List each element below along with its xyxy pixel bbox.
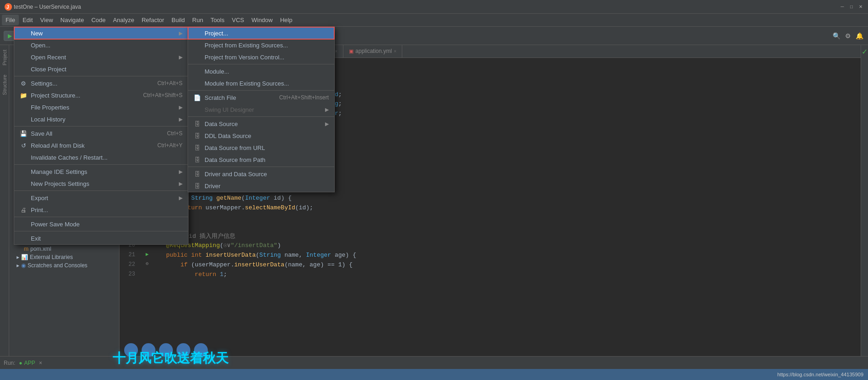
search-everywhere-icon[interactable]: 🔍: [832, 31, 841, 40]
menu-item-invalidate[interactable]: Invalidate Caches / Restart...: [14, 151, 188, 163]
submenu-project-vcs[interactable]: Project from Version Control...: [188, 51, 334, 63]
ddl-icon: 🗄: [194, 132, 201, 139]
new-proj-settings-icon: [20, 180, 27, 187]
menu-item-close-project[interactable]: Close Project: [14, 63, 188, 75]
menu-project-structure-label: Project Structure...: [31, 92, 80, 99]
menu-code[interactable]: Code: [88, 15, 109, 25]
submenu-project-existing[interactable]: Project from Existing Sources...: [188, 39, 334, 51]
svg-text:J: J: [6, 5, 9, 10]
menu-edit[interactable]: Edit: [19, 15, 36, 25]
module-existing-icon: [194, 80, 201, 87]
new-submenu-sep-4: [188, 167, 334, 167]
submenu-scratch[interactable]: 📄 Scratch File Ctrl+Alt+Shift+Insert: [188, 92, 334, 104]
submenu-module-existing[interactable]: Module from Existing Sources...: [188, 77, 334, 89]
run-gutter-icon2[interactable]: ▶: [146, 251, 149, 259]
submenu-module[interactable]: Module...: [188, 65, 334, 77]
code-line-19: 19 // 根据id 插入用户信息: [120, 232, 861, 242]
submenu-driver[interactable]: 🗄 Driver: [188, 180, 334, 192]
menu-file[interactable]: File: [2, 15, 19, 25]
submenu-datasource-path[interactable]: 🗄 Data Source from Path: [188, 154, 334, 166]
menu-refactor[interactable]: Refactor: [138, 15, 168, 25]
menu-item-export[interactable]: Export ▶: [14, 192, 188, 204]
menu-analyze[interactable]: Analyze: [109, 15, 138, 25]
menu-open-label: Open...: [31, 42, 51, 49]
menu-item-reload[interactable]: ↺ Reload All from Disk Ctrl+Alt+Y: [14, 139, 188, 151]
separator-6: [14, 231, 188, 231]
minimize-btn[interactable]: ─: [839, 4, 845, 10]
module-icon: [194, 68, 201, 75]
reload-icon: ↺: [20, 142, 27, 149]
expand-icon4: ▸: [17, 262, 19, 269]
file-props-arrow: ▶: [179, 104, 183, 110]
driver-datasource-icon: 🗄: [194, 170, 201, 178]
driver-icon: 🗄: [194, 182, 201, 190]
menu-item-open-recent[interactable]: Open Recent ▶: [14, 51, 188, 63]
close-btn[interactable]: ✕: [858, 4, 863, 10]
menu-item-save-all[interactable]: 💾 Save All Ctrl+S: [14, 127, 188, 139]
submenu-ddl-datasource[interactable]: 🗄 DDL Data Source: [188, 130, 334, 142]
side-tab-structure[interactable]: Structure: [2, 75, 7, 95]
submenu-module-label: Module...: [205, 68, 229, 75]
menu-navigate[interactable]: Navigate: [57, 15, 87, 25]
file-menu-dropdown: New ▶ Open... Open Recent ▶ Close Projec…: [14, 27, 188, 245]
run-config-icon: ▶: [8, 33, 12, 39]
tree-item-extlibs[interactable]: ▸ 📊 External Libraries: [9, 253, 119, 261]
open-recent-icon: [20, 53, 27, 61]
tree-label-pom: pom.xml: [30, 246, 51, 252]
settings-menu-icon: ⚙: [20, 80, 27, 87]
save-all-shortcut: Ctrl+S: [167, 130, 183, 137]
menu-item-open[interactable]: Open...: [14, 39, 188, 51]
code-line-15: 15 ▶ public String getName(Integer id) {: [120, 194, 861, 203]
side-tab-project[interactable]: Project: [2, 50, 7, 65]
notifications-icon[interactable]: 🔔: [855, 31, 864, 40]
project-existing-icon: [194, 41, 201, 49]
menu-help[interactable]: Help: [276, 15, 296, 25]
menu-item-file-props[interactable]: File Properties ▶: [14, 101, 188, 113]
menu-build[interactable]: Build: [168, 15, 188, 25]
window-controls[interactable]: ─ □ ✕: [839, 4, 863, 10]
menu-tools[interactable]: Tools: [207, 15, 228, 25]
app-logo: J: [5, 3, 12, 11]
menu-item-power-save[interactable]: Power Save Mode: [14, 218, 188, 230]
submenu-datasource[interactable]: 🗄 Data Source ▶: [188, 118, 334, 130]
menu-item-project-structure[interactable]: 📁 Project Structure... Ctrl+Alt+Shift+S: [14, 89, 188, 101]
save-all-icon: 💾: [20, 130, 27, 137]
separator-5: [14, 217, 188, 217]
submenu-datasource-url[interactable]: 🗄 Data Source from URL: [188, 142, 334, 154]
menu-exit-label: Exit: [31, 235, 41, 242]
menu-vcs[interactable]: VCS: [228, 15, 248, 25]
submenu-swing[interactable]: Swing UI Designer ▶: [188, 104, 334, 115]
menu-item-print[interactable]: 🖨 Print...: [14, 204, 188, 216]
settings-icon[interactable]: ⚙: [844, 31, 852, 40]
export-icon: [20, 194, 27, 202]
menu-item-new-proj-settings[interactable]: New Projects Settings ▶: [14, 178, 188, 190]
menu-item-local-history[interactable]: Local History ▶: [14, 113, 188, 125]
datasource-icon: 🗄: [194, 120, 201, 127]
tree-item-pom[interactable]: m pom.xml: [9, 245, 119, 253]
menu-item-manage-ide[interactable]: Manage IDE Settings ▶: [14, 166, 188, 178]
menu-item-exit[interactable]: Exit: [14, 232, 188, 244]
tab-app-close[interactable]: ×: [335, 49, 337, 54]
submenu-ddl-label: DDL Data Source: [205, 132, 251, 139]
toolbar-right-icons: 🔍 ⚙ 🔔: [832, 31, 864, 40]
datasource-path-icon: 🗄: [194, 156, 201, 163]
menu-window[interactable]: Window: [248, 15, 276, 25]
tab-yml[interactable]: ▣ application.yml ×: [343, 45, 402, 58]
run-close-btn[interactable]: ×: [39, 360, 42, 366]
menu-new-proj-settings-label: New Projects Settings: [31, 180, 89, 187]
error-stripe: ✓: [861, 45, 868, 356]
close-project-icon: [20, 65, 27, 73]
run-app-button[interactable]: ● APP ×: [19, 360, 42, 366]
menu-run[interactable]: Run: [188, 15, 207, 25]
tree-item-scratches[interactable]: ▸ ◉ Scratches and Consoles: [9, 261, 119, 270]
submenu-datasource-label: Data Source: [205, 121, 238, 127]
menu-item-settings[interactable]: ⚙ Settings... Ctrl+Alt+S: [14, 77, 188, 89]
tab-yml-icon: ▣: [349, 48, 354, 54]
maximize-btn[interactable]: □: [849, 4, 854, 10]
submenu-driver-datasource[interactable]: 🗄 Driver and Data Source: [188, 168, 334, 180]
menu-view[interactable]: View: [36, 15, 57, 25]
new-proj-settings-arrow: ▶: [179, 181, 183, 187]
menu-item-new[interactable]: New ▶: [14, 27, 188, 39]
submenu-project[interactable]: Project...: [188, 27, 334, 39]
tab-yml-close[interactable]: ×: [394, 49, 396, 54]
